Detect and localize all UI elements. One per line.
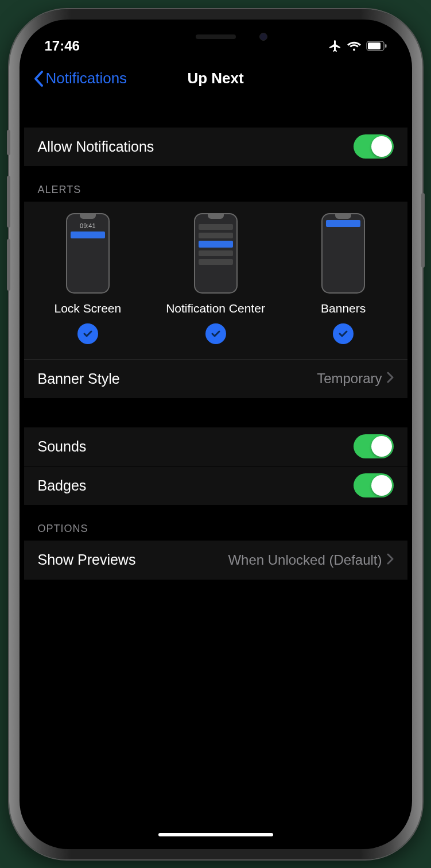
badges-toggle[interactable] [354,473,394,497]
side-button-silence [7,130,10,155]
front-camera [259,33,267,41]
lockscreen-preview-icon: 09:41 [66,213,110,294]
sounds-toggle[interactable] [354,434,394,458]
alert-option-banners[interactable]: Banners [279,213,407,344]
alerts-header: Alerts [24,167,407,202]
allow-notifications-row: Allow Notifications [24,128,407,167]
badges-label: Badges [38,477,87,494]
show-previews-value: When Unlocked (Default) [228,552,382,568]
banner-style-label: Banner Style [38,371,120,387]
svg-rect-2 [385,44,387,48]
alert-label: Banners [321,302,366,315]
side-button-power [421,193,425,268]
alert-label: Lock Screen [54,302,121,315]
side-button-volume-down [7,239,10,291]
check-icon [333,323,354,344]
badges-row: Badges [24,466,407,506]
page-title: Up Next [187,70,243,87]
allow-notifications-toggle[interactable] [354,134,394,159]
options-header: Options [24,506,407,541]
banner-preview-icon [321,213,365,294]
alert-label: Notification Center [166,302,265,315]
chevron-right-icon [387,371,394,387]
alert-option-notification-center[interactable]: Notification Center [152,213,279,344]
sounds-label: Sounds [38,438,87,455]
show-previews-row[interactable]: Show Previews When Unlocked (Default) [24,541,407,580]
check-icon [205,323,226,344]
alert-option-lock-screen[interactable]: 09:41 Lock Screen [24,213,152,344]
svg-rect-1 [368,43,380,49]
airplane-icon [328,39,342,53]
wifi-icon [347,40,362,52]
home-indicator[interactable] [158,833,273,836]
screen: 17:46 Notificatio [24,24,407,844]
alerts-row: 09:41 Lock Screen [24,202,407,360]
show-previews-label: Show Previews [38,551,136,568]
back-label: Notifications [46,70,127,87]
back-button[interactable]: Notifications [33,70,127,87]
status-time: 17:46 [45,38,80,54]
sounds-row: Sounds [24,427,407,466]
nav-bar: Notifications Up Next [24,59,407,99]
banner-style-value: Temporary [317,371,382,387]
banner-style-row[interactable]: Banner Style Temporary [24,360,407,399]
check-icon [77,323,98,344]
notch [130,24,302,49]
speaker-grille [196,34,236,39]
battery-icon [366,41,387,51]
notification-center-preview-icon [194,213,238,294]
allow-notifications-label: Allow Notifications [38,138,154,155]
chevron-right-icon [387,552,394,568]
side-button-volume-up [7,176,10,227]
device-frame: 17:46 Notificatio [9,9,422,859]
